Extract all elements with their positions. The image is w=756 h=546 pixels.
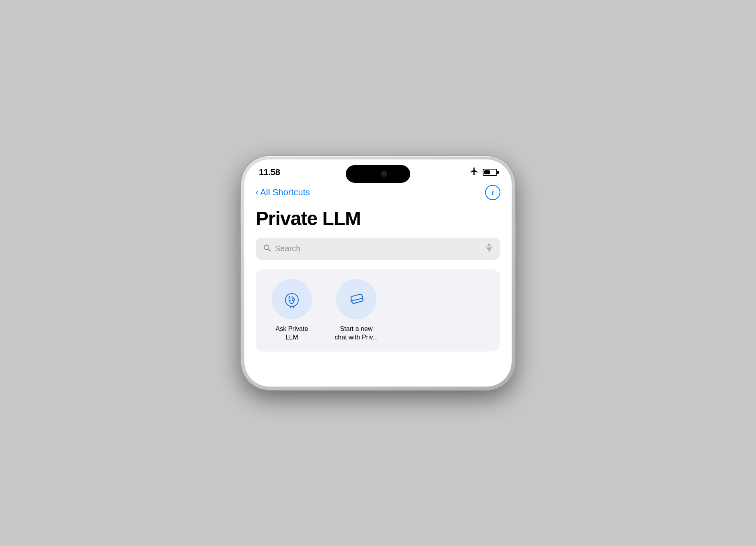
airplane-icon: [470, 167, 479, 178]
battery-body: [483, 169, 497, 176]
search-container: Search: [244, 238, 512, 269]
new-chat-icon-circle: [336, 279, 376, 319]
svg-point-5: [289, 296, 290, 298]
shortcut-new-chat[interactable]: Start a newchat with Priv...: [328, 279, 384, 342]
nav-bar: ‹ All Shortcuts i: [244, 182, 512, 206]
back-label: All Shortcuts: [260, 187, 310, 198]
info-button[interactable]: i: [485, 185, 500, 200]
ask-llm-icon-circle: [272, 279, 312, 319]
brain-icon: [281, 289, 302, 310]
dynamic-island: [346, 165, 410, 183]
status-bar: 11.58: [244, 159, 512, 182]
svg-line-7: [351, 298, 362, 301]
shortcut-ask-private-llm[interactable]: Ask PrivateLLM: [264, 279, 320, 342]
microphone-icon[interactable]: [485, 243, 493, 254]
eraser-icon: [346, 289, 367, 310]
phone-frame: 11.58 ‹ All Shor: [241, 156, 515, 390]
battery-icon: [483, 169, 497, 176]
svg-line-1: [269, 249, 271, 251]
status-right-icons: [470, 167, 497, 178]
info-icon: i: [492, 188, 494, 197]
shortcuts-grid: Ask PrivateLLM Start a newchat with Priv…: [256, 269, 500, 352]
search-placeholder: Search: [275, 244, 481, 253]
search-icon: [263, 244, 271, 254]
battery-fill: [484, 170, 490, 174]
back-chevron-icon: ‹: [256, 188, 258, 197]
front-camera: [381, 171, 387, 177]
svg-rect-2: [488, 244, 490, 248]
page-title: Private LLM: [244, 206, 512, 238]
status-time: 11.58: [259, 167, 280, 178]
back-button[interactable]: ‹ All Shortcuts: [256, 187, 310, 198]
new-chat-label: Start a newchat with Priv...: [335, 325, 378, 342]
phone-screen: 11.58 ‹ All Shor: [244, 159, 512, 387]
search-bar[interactable]: Search: [256, 238, 500, 260]
ask-llm-label: Ask PrivateLLM: [276, 325, 308, 342]
